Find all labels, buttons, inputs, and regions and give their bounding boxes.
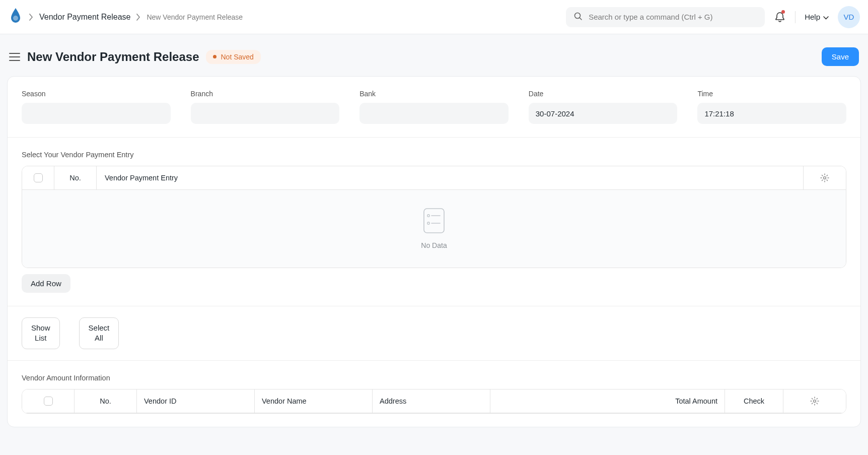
entry-header-no: No.: [54, 166, 97, 189]
form-section-amount-grid: Vendor Amount Information No. Vendor ID …: [8, 361, 860, 427]
svg-point-6: [824, 177, 826, 179]
status-label: Not Saved: [221, 53, 253, 61]
amount-section-title: Vendor Amount Information: [22, 374, 846, 382]
amount-grid-settings-button[interactable]: [783, 389, 846, 413]
breadcrumb: Vendor Payment Release New Vendor Paymen…: [29, 13, 566, 22]
chevron-right-icon: [29, 14, 33, 21]
chevron-down-icon: [823, 13, 829, 21]
entry-grid-header: No. Vendor Payment Entry: [22, 166, 846, 190]
entry-grid-empty-body: No Data: [22, 190, 846, 268]
amount-header-address: Address: [373, 389, 490, 413]
svg-point-0: [13, 16, 18, 21]
page-header-left: New Vendor Payment Release Not Saved: [9, 50, 261, 64]
entry-header-checkbox-cell: [22, 166, 54, 189]
entry-grid-empty-text: No Data: [421, 241, 447, 249]
app-logo[interactable]: [8, 6, 23, 28]
date-input[interactable]: [529, 103, 678, 124]
bank-label: Bank: [359, 90, 509, 98]
page-header: New Vendor Payment Release Not Saved Sav…: [7, 42, 861, 76]
status-dot-icon: [213, 55, 216, 58]
sidebar-toggle-button[interactable]: [9, 52, 20, 61]
help-label: Help: [805, 13, 820, 21]
svg-line-2: [580, 18, 582, 20]
season-label: Season: [22, 90, 171, 98]
amount-header-checkbox-cell: [22, 389, 75, 413]
save-button[interactable]: Save: [822, 47, 859, 66]
branch-label: Branch: [191, 90, 340, 98]
page-title: New Vendor Payment Release: [27, 50, 199, 64]
user-avatar[interactable]: VD: [838, 6, 860, 28]
field-time: Time: [697, 90, 846, 124]
field-season: Season: [22, 90, 171, 124]
bank-input[interactable]: [359, 103, 509, 124]
show-list-button[interactable]: Show List: [22, 317, 60, 349]
entry-header-entry: Vendor Payment Entry: [97, 166, 804, 189]
field-branch: Branch: [191, 90, 340, 124]
notifications-button[interactable]: [774, 11, 786, 23]
select-all-button[interactable]: Select All: [79, 317, 119, 349]
notification-indicator-icon: [781, 10, 785, 14]
svg-point-12: [814, 400, 816, 402]
breadcrumb-current: New Vendor Payment Release: [147, 13, 243, 21]
search-input[interactable]: [589, 13, 757, 21]
entry-section-title: Select Your Vendor Payment Entry: [22, 151, 846, 159]
svg-point-10: [427, 222, 429, 224]
top-navbar: Vendor Payment Release New Vendor Paymen…: [0, 0, 868, 34]
branch-input[interactable]: [191, 103, 340, 124]
breadcrumb-link-vendor-payment-release[interactable]: Vendor Payment Release: [39, 13, 130, 22]
amount-grid: No. Vendor ID Vendor Name Address Total …: [22, 389, 846, 414]
field-bank: Bank: [359, 90, 509, 124]
svg-point-8: [427, 215, 429, 217]
season-input[interactable]: [22, 103, 171, 124]
entry-grid: No. Vendor Payment Entry No Data: [22, 166, 846, 268]
field-date: Date: [529, 90, 678, 124]
add-row-button[interactable]: Add Row: [22, 274, 70, 293]
amount-header-total-amount: Total Amount: [490, 389, 725, 413]
form-section-main-fields: Season Branch Bank Date Time: [8, 77, 860, 138]
entry-select-all-checkbox[interactable]: [34, 173, 43, 182]
amount-grid-header: No. Vendor ID Vendor Name Address Total …: [22, 389, 846, 413]
empty-list-icon: [423, 208, 445, 233]
gear-icon: [810, 397, 819, 406]
help-menu[interactable]: Help: [805, 13, 829, 21]
chevron-right-icon: [136, 14, 140, 21]
status-badge: Not Saved: [206, 50, 260, 64]
form-section-actions: Show List Select All: [8, 306, 860, 361]
search-icon: [574, 12, 583, 22]
global-search[interactable]: [566, 7, 765, 27]
page-area: New Vendor Payment Release Not Saved Sav…: [0, 34, 868, 455]
form-section-entry-grid: Select Your Vendor Payment Entry No. Ven…: [8, 138, 860, 306]
svg-rect-7: [424, 209, 444, 233]
entry-grid-settings-button[interactable]: [804, 166, 846, 189]
amount-header-vendor-id: Vendor ID: [137, 389, 255, 413]
divider: [795, 11, 795, 23]
amount-header-no: No.: [75, 389, 137, 413]
date-label: Date: [529, 90, 678, 98]
time-input[interactable]: [697, 103, 846, 124]
amount-header-check: Check: [725, 389, 783, 413]
amount-header-vendor-name: Vendor Name: [255, 389, 373, 413]
nav-right-group: Help VD: [566, 6, 860, 28]
amount-select-all-checkbox[interactable]: [44, 397, 53, 406]
form-card: Season Branch Bank Date Time: [7, 76, 861, 427]
time-label: Time: [697, 90, 846, 98]
gear-icon: [820, 173, 829, 182]
